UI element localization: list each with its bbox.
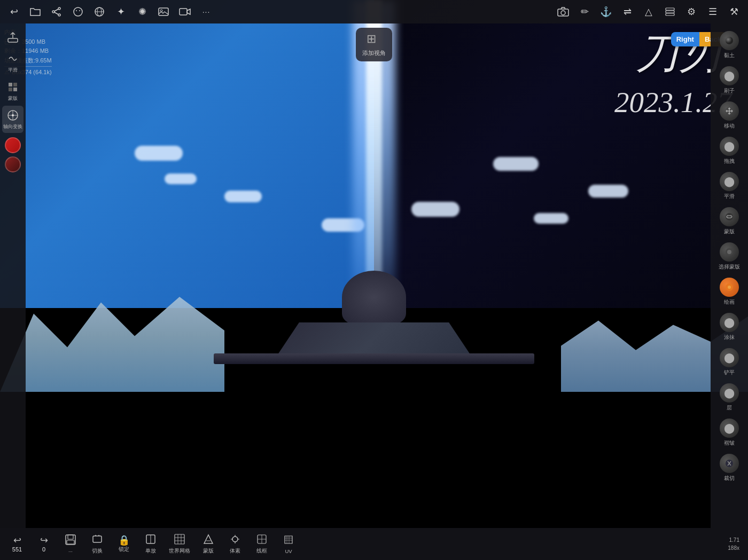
switch-tool-btn[interactable]: 切换 [84,531,110,557]
background-color-swatch[interactable] [5,156,21,172]
undo-bottom-btn[interactable]: ↩ 551 [4,533,30,555]
uv-btn[interactable]: UV [276,532,301,556]
redo-bottom-btn[interactable]: ↪ 0 [31,533,57,555]
axis-transform-tool[interactable]: 轴向变换 [2,106,24,133]
uv-label: UV [285,548,292,554]
right-sidebar: 黏土 ⬤ 刷子 移动 ⬤ 拖拽 ⬤ 平滑 蒙 [711,23,748,528]
axis-transform-icon [6,108,20,122]
svg-line-3 [54,9,58,11]
cloud-4 [493,157,539,171]
zoom-level: 1.71 [728,536,739,544]
video-icon[interactable] [175,2,194,21]
clay-tool[interactable]: 黏土 [713,28,745,62]
single-btn[interactable]: 单放 [138,531,163,557]
svg-point-1 [52,11,54,13]
sun-icon[interactable]: ✦ [111,2,130,21]
flatten-tool[interactable]: ⬤ 铲平 [713,345,745,380]
brush-label: 刷子 [724,87,735,94]
settings-icon[interactable]: ⚙ [682,2,701,21]
svg-point-36 [728,286,731,289]
save-bottom-btn[interactable]: ··· [58,532,83,556]
switch-label: 切换 [92,548,103,555]
cloud-5 [588,185,628,198]
ship-body [214,353,534,364]
add-viewpoint-icon: ⊞ [367,32,381,47]
cut-tool[interactable]: 裁切 [713,451,745,485]
add-viewpoint-button[interactable]: ⊞ 添加视角 [356,28,392,61]
world-grid-label: 世界网格 [169,548,190,555]
foreground-color-swatch[interactable] [5,137,21,153]
face-icon[interactable] [68,2,88,21]
smooth-left-tool[interactable]: 平滑 [2,49,24,76]
lock-btn[interactable]: 🔒 锁定 [111,533,137,555]
svg-point-15 [561,11,565,15]
svg-point-0 [58,7,60,10]
move-icon [720,101,739,121]
single-label: 单放 [145,548,156,555]
layers-icon[interactable] [660,2,680,21]
viewport-right-btn[interactable]: Right [671,32,699,46]
smear-tool[interactable]: ⬤ 涂抹 [713,310,745,344]
drag-tool[interactable]: ⬤ 拖拽 [713,133,745,168]
svg-rect-39 [68,535,73,539]
pen-icon[interactable]: ✏ [575,2,594,21]
more-dots-icon[interactable]: ··· [197,2,216,21]
camera-icon[interactable] [554,2,573,21]
wireframe-btn[interactable]: 线框 [249,531,275,557]
smooth-right-icon: ⬤ [720,172,739,191]
svg-point-28 [726,37,733,44]
undo-icon[interactable]: ↩ [4,2,24,21]
select-mask-tool[interactable]: 选择蒙版 [713,239,745,274]
transform-icon[interactable]: ⇌ [618,2,637,21]
brush-tool[interactable]: ⬤ 刷子 [713,63,745,98]
cloud-6 [534,213,568,224]
svg-rect-21 [13,83,17,86]
upload-icon [6,30,20,44]
resolution-info: 188x [728,544,739,552]
switch-icon [91,533,103,547]
bottom-right-info: 1.71 188x [728,536,739,552]
image-icon[interactable] [154,2,173,21]
globe-icon[interactable] [90,2,109,21]
redo-bottom-icon: ↪ [40,535,48,545]
upload-tool[interactable] [2,28,24,48]
lock-icon: 🔒 [118,535,130,545]
mask-left-tool[interactable]: 蒙版 [2,77,24,105]
svg-rect-18 [666,13,674,15]
effect-icon[interactable]: ✺ [133,2,152,21]
smear-icon: ⬤ [720,313,739,332]
anchor-icon[interactable]: ⚓ [596,2,615,21]
mask-bottom-btn[interactable]: 蒙版 [196,531,221,557]
main-canvas: 刀刃 2023.1.27 Right Back 内存 已用：3500 MB 剩余… [0,0,748,560]
select-mask-label: 选择蒙版 [719,263,740,271]
ship-tower [342,271,406,324]
menu-lines-icon[interactable]: ☰ [703,2,722,21]
layer-right-tool[interactable]: ⬤ 层 [713,380,745,415]
spaceship [187,268,561,364]
pinch-icon: ⬤ [720,419,739,438]
move-label: 移动 [724,122,735,130]
smooth-right-tool[interactable]: ⬤ 平滑 [713,169,745,203]
pinch-tool[interactable]: ⬤ 褶皱 [713,415,745,450]
paint-tool[interactable]: 绘画 [713,274,745,309]
elements-btn[interactable]: 体素 [222,531,248,557]
cut-label: 裁切 [724,475,735,482]
redo-count: 0 [42,546,45,553]
svg-rect-40 [67,540,74,544]
svg-point-2 [58,14,60,16]
svg-point-31 [727,215,729,217]
move-tool[interactable]: 移动 [713,98,745,133]
world-grid-btn[interactable]: 世界网格 [165,531,194,557]
crease-tool[interactable]: 蒙版 [713,204,745,239]
flag-icon[interactable]: △ [639,2,658,21]
svg-rect-23 [13,88,17,91]
folder-icon[interactable] [26,2,45,21]
svg-rect-38 [66,535,75,545]
svg-rect-22 [9,88,12,91]
share-icon[interactable] [47,2,66,21]
elements-label: 体素 [230,548,240,555]
tools-icon[interactable]: ⚒ [724,2,744,21]
axis-transform-label: 轴向变换 [3,123,22,130]
bottom-toolbar: ↩ 551 ↪ 0 ··· 切换 🔒 锁定 [0,528,748,560]
svg-point-5 [74,7,82,16]
